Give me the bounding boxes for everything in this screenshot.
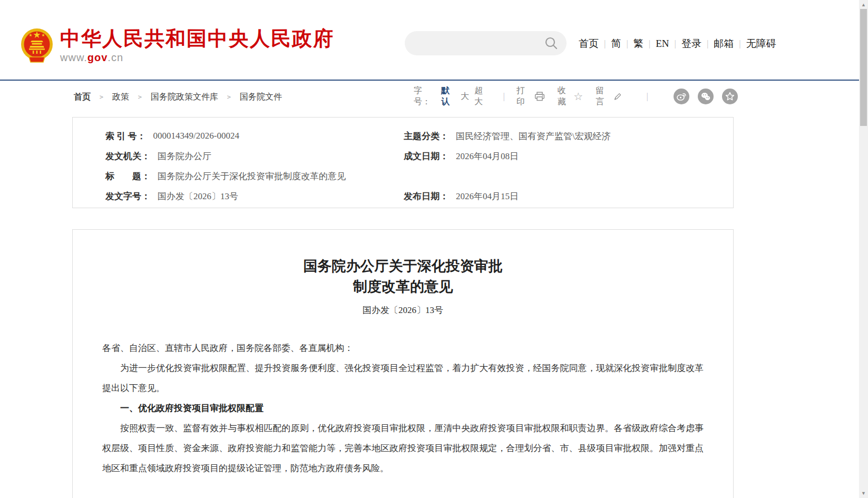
share-weibo-button[interactable] bbox=[674, 89, 689, 104]
document-content-box: 国务院办公厅关于深化投资审批 制度改革的意见 国办发〔2026〕13号 各省、自… bbox=[72, 229, 734, 498]
meta-label-index: 索 引 号： bbox=[105, 130, 146, 142]
nav-item-login[interactable]: 登录 bbox=[681, 37, 701, 51]
breadcrumb-policy-library[interactable]: 国务院政策文件库 bbox=[151, 92, 218, 103]
national-emblem-logo[interactable] bbox=[20, 26, 54, 65]
meta-label-title: 标 题： bbox=[105, 170, 150, 182]
meta-label-category: 主题分类： bbox=[404, 130, 448, 142]
scrollbar-up-arrow-icon[interactable]: ▲ bbox=[859, 2, 868, 7]
scrollbar-thumb[interactable] bbox=[860, 9, 867, 126]
document-title-line1: 国务院办公厅关于深化投资审批 bbox=[73, 256, 733, 277]
nav-item-traditional[interactable]: 繁 bbox=[633, 37, 643, 51]
brand-block[interactable]: 中华人民共和国中央人民政府 www.gov.cn bbox=[60, 27, 334, 64]
nav-separator: | bbox=[626, 38, 628, 49]
nav-item-english[interactable]: EN bbox=[656, 38, 669, 50]
toolbar-separator: | bbox=[647, 91, 648, 102]
url-prefix: www. bbox=[60, 52, 87, 63]
nav-separator: | bbox=[739, 38, 740, 49]
meta-label-issuer: 发文机关： bbox=[105, 150, 150, 162]
paragraph-salutation: 各省、自治区、直辖市人民政府，国务院各部委、各直属机构： bbox=[102, 338, 704, 358]
comment-label: 留言 bbox=[596, 85, 610, 108]
meta-label-written-date: 成文日期： bbox=[404, 150, 448, 162]
meta-value-issuer: 国务院办公厅 bbox=[158, 150, 211, 162]
site-title: 中华人民共和国中央人民政府 bbox=[60, 27, 334, 50]
page-toolbar: 字号： 默认 大 超大 | 打印 收藏 ☆ 留言 | bbox=[414, 87, 738, 106]
document-metadata-box: 索 引 号： 000014349/2026-00024 主题分类： 国民经济管理… bbox=[72, 117, 734, 208]
meta-value-index: 000014349/2026-00024 bbox=[153, 131, 239, 141]
search-icon bbox=[544, 36, 558, 50]
url-gov: gov bbox=[87, 52, 108, 63]
nav-separator: | bbox=[604, 38, 606, 49]
meta-value-category: 国民经济管理、国有资产监管\宏观经济 bbox=[456, 130, 611, 142]
section-heading-1: 一、优化政府投资项目审批权限配置 bbox=[102, 398, 704, 418]
scrollbar-down-arrow-icon[interactable]: ▼ bbox=[859, 491, 868, 496]
nav-item-accessibility[interactable]: 无障碍 bbox=[746, 37, 776, 51]
star-icon: ☆ bbox=[573, 91, 583, 102]
fontsize-xlarge-button[interactable]: 超大 bbox=[474, 85, 489, 108]
meta-row: 发文机关： 国务院办公厅 成文日期： 2026年04月08日 bbox=[73, 146, 733, 166]
share-favorite-button[interactable] bbox=[722, 89, 738, 104]
top-nav: 首页 | 简 | 繁 | EN | 登录 | 邮箱 | 无障碍 bbox=[579, 37, 800, 51]
printer-icon bbox=[534, 91, 545, 102]
meta-row: 标 题： 国务院办公厅关于深化投资审批制度改革的意见 bbox=[73, 166, 733, 186]
breadcrumb-home[interactable]: 首页 bbox=[74, 92, 91, 103]
meta-label-doc-number: 发文字号： bbox=[105, 190, 150, 202]
nav-item-home[interactable]: 首页 bbox=[579, 37, 599, 51]
site-url: www.gov.cn bbox=[60, 52, 334, 64]
pencil-icon bbox=[613, 91, 622, 102]
document-title: 国务院办公厅关于深化投资审批 制度改革的意见 bbox=[73, 256, 733, 297]
toolbar-separator: | bbox=[503, 91, 505, 102]
share-group bbox=[665, 89, 738, 104]
nav-item-simplified[interactable]: 简 bbox=[611, 37, 621, 51]
url-suffix: .cn bbox=[108, 52, 123, 63]
national-emblem-icon bbox=[20, 26, 54, 65]
fontsize-large-button[interactable]: 大 bbox=[461, 91, 469, 102]
vertical-scrollbar[interactable]: ▲ ▼ bbox=[859, 0, 868, 498]
share-star-icon bbox=[725, 91, 735, 102]
meta-value-publish-date: 2026年04月15日 bbox=[456, 190, 519, 202]
print-button[interactable]: 打印 bbox=[516, 85, 545, 108]
meta-label-publish-date: 发布日期： bbox=[404, 190, 448, 202]
site-header: 中华人民共和国中央人民政府 www.gov.cn 首页 | 简 | 繁 | EN… bbox=[0, 0, 859, 81]
comment-button[interactable]: 留言 bbox=[596, 85, 622, 108]
breadcrumb-separator: ＞ bbox=[98, 92, 105, 102]
favorite-button[interactable]: 收藏 ☆ bbox=[558, 85, 583, 108]
nav-item-mail[interactable]: 邮箱 bbox=[714, 37, 734, 51]
meta-value-doc-number: 国办发〔2026〕13号 bbox=[158, 190, 238, 202]
breadcrumb-state-council-docs[interactable]: 国务院文件 bbox=[240, 92, 282, 103]
document-number: 国办发〔2026〕13号 bbox=[73, 304, 733, 316]
document-title-line2: 制度改革的意见 bbox=[73, 277, 733, 297]
document-body: 各省、自治区、直辖市人民政府，国务院各部委、各直属机构： 为进一步优化投资审批权… bbox=[102, 338, 704, 479]
breadcrumb-separator: ＞ bbox=[226, 92, 232, 102]
weibo-icon bbox=[676, 91, 687, 102]
paragraph-section-1: 按照权责一致、监督有效并与事权相匹配的原则，优化政府投资项目审批权限，厘清中央政… bbox=[102, 418, 704, 479]
share-wechat-button[interactable] bbox=[698, 89, 714, 104]
nav-separator: | bbox=[675, 38, 676, 49]
search-box bbox=[405, 31, 567, 55]
meta-row: 索 引 号： 000014349/2026-00024 主题分类： 国民经济管理… bbox=[73, 126, 733, 146]
print-label: 打印 bbox=[516, 85, 531, 108]
breadcrumb-separator: ＞ bbox=[136, 92, 143, 102]
favorite-label: 收藏 bbox=[558, 85, 570, 108]
search-input[interactable] bbox=[416, 35, 544, 51]
meta-value-written-date: 2026年04月08日 bbox=[456, 150, 519, 162]
wechat-icon bbox=[700, 91, 711, 102]
search-button[interactable] bbox=[544, 36, 558, 50]
paragraph-intro: 为进一步优化投资审批权限配置、提升投资服务便利度、强化投资项目全过程监管，着力扩… bbox=[102, 358, 704, 398]
meta-value-title: 国务院办公厅关于深化投资审批制度改革的意见 bbox=[158, 170, 346, 182]
nav-separator: | bbox=[707, 38, 708, 49]
breadcrumb-policy[interactable]: 政策 bbox=[112, 92, 129, 103]
fontsize-default-button[interactable]: 默认 bbox=[441, 85, 455, 108]
meta-row: 发文字号： 国办发〔2026〕13号 发布日期： 2026年04月15日 bbox=[73, 186, 733, 206]
fontsize-label: 字号： bbox=[414, 85, 435, 108]
nav-separator: | bbox=[649, 38, 650, 49]
